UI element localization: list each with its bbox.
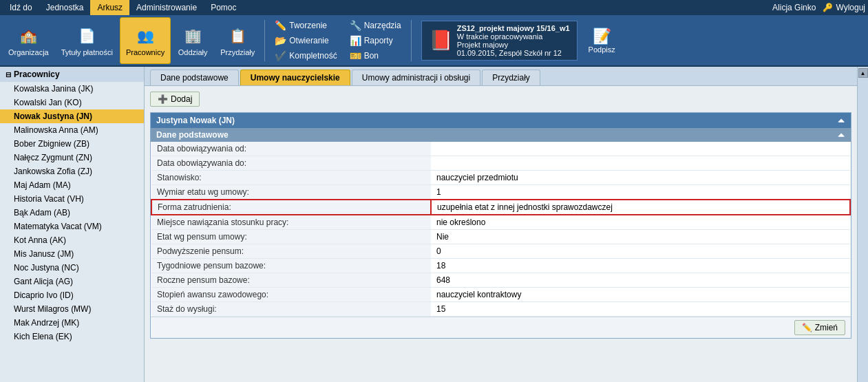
sidebar-item[interactable]: Noc Justyna (NC) [0, 261, 144, 275]
menu-idz-do[interactable]: Idź do [3, 0, 39, 15]
sidebar-item[interactable]: Kich Elena (EK) [0, 330, 144, 343]
form-label: Stopień awansu zawodowego: [151, 288, 431, 302]
collapse-card-icon[interactable]: ⏶ [837, 116, 845, 125]
sidebar-item[interactable]: Mak Andrzej (MK) [0, 316, 144, 330]
form-value: 18 [431, 259, 850, 273]
narzedzia-icon: 🔧 [350, 20, 361, 31]
oddzialy-label: Oddziały [178, 48, 208, 56]
form-value: nauczyciel kontraktowy [431, 288, 850, 302]
sidebar-item[interactable]: Wurst Milagros (MW) [0, 302, 144, 316]
sidebar-item[interactable]: Mis Janusz (JM) [0, 247, 144, 261]
toolbar-employees[interactable]: 👥 Pracownicy [120, 17, 171, 64]
doc-info-box[interactable]: 📕 ZS12_projekt majowy 15/16_w1 W trakcie… [421, 21, 578, 61]
menu-administrowanie[interactable]: Administrowanie [129, 0, 204, 15]
sidebar-item[interactable]: Kot Anna (AK) [0, 233, 144, 247]
card-footer: ✏️ Zmień [151, 317, 851, 338]
sidebar-item[interactable]: Gant Alicja (AG) [0, 275, 144, 288]
doc-subtitle: W trakcie opracowywania [457, 32, 570, 41]
action-narzedzia[interactable]: 🔧 Narzędzia [347, 19, 404, 32]
bon-label: Bon [364, 51, 379, 61]
logout-button[interactable]: 🔑 Wyloguj [823, 3, 865, 12]
sign-label: Podpisz [589, 45, 615, 54]
action-bon[interactable]: 🎫 Bon [347, 49, 404, 63]
form-row: Stopień awansu zawodowego:nauczyciel kon… [151, 288, 850, 302]
divider-1 [264, 20, 265, 61]
sidebar-items-list: Kowalska Janina (JK)Kowalski Jan (KO)Now… [0, 82, 144, 343]
sidebar-item[interactable]: Bober Zbigniew (ZB) [0, 137, 144, 151]
form-row: Staż do wysługi:15 [151, 302, 850, 317]
otwieranie-icon: 📂 [275, 35, 286, 46]
tabs-container: Dane podstawoweUmowy nauczycielskieUmowy… [150, 70, 542, 85]
form-value: 1 [431, 185, 850, 200]
doc-info-area: 📕 ZS12_projekt majowy 15/16_w1 W trakcie… [416, 21, 615, 61]
form-label: Podwyższenie pensum: [151, 244, 431, 259]
main-container: ⊟ Pracownicy Kowalska Janina (JK)Kowalsk… [0, 67, 868, 382]
sidebar-item[interactable]: Historia Vacat (VH) [0, 192, 144, 206]
action-raporty[interactable]: 📊 Raporty [347, 34, 404, 47]
form-value: 648 [431, 273, 850, 288]
form-label: Miejsce nawiązania stosunku pracy: [151, 215, 431, 230]
sidebar-item[interactable]: Matematyka Vacat (VM) [0, 220, 144, 233]
form-row: Wymiar etatu wg umowy:1 [151, 185, 850, 200]
sidebar-item[interactable]: Bąk Adam (AB) [0, 206, 144, 220]
form-row: Data obowiązywania do: [151, 156, 850, 171]
sign-button[interactable]: 📝 Podpisz [589, 28, 615, 54]
divider-2 [411, 20, 412, 61]
scroll-up-button[interactable]: ▲ [858, 68, 868, 78]
tab-przydziały[interactable]: Przydziały [482, 70, 540, 85]
kompletnosc-label: Kompletność [289, 51, 337, 61]
sidebar-item[interactable]: Malinowska Anna (AM) [0, 123, 144, 137]
tab-dane-podstawowe[interactable]: Dane podstawowe [150, 70, 239, 85]
form-value: 15 [431, 302, 850, 317]
doc-type: Projekt majowy [457, 41, 570, 49]
action-otwieranie[interactable]: 📂 Otwieranie [272, 34, 339, 47]
sidebar-item[interactable]: Dicaprio Ivo (ID) [0, 288, 144, 302]
section-header: Dane podstawowe ⏶ [151, 128, 851, 142]
menu-arkusz[interactable]: Arkusz [90, 0, 129, 15]
toolbar-oddzialy[interactable]: 🏢 Oddziały [172, 17, 213, 64]
titles-icon: 📄 [76, 25, 98, 47]
top-menu-bar: Idź do Jednostka Arkusz Administrowanie … [0, 0, 868, 15]
narzedzia-label: Narzędzia [364, 21, 401, 30]
kompletnosc-icon: ✔️ [275, 50, 286, 61]
logout-label: Wyloguj [836, 3, 865, 12]
add-label: Dodaj [171, 94, 192, 104]
menu-pomoc[interactable]: Pomoc [204, 0, 243, 15]
action-tworzenie[interactable]: ✏️ Tworzenie [272, 19, 339, 32]
sign-icon: 📝 [593, 28, 611, 45]
employee-card-title: Justyna Nowak (JN) [156, 116, 235, 125]
employees-icon: 👥 [134, 25, 156, 47]
menu-jednostka[interactable]: Jednostka [39, 0, 91, 15]
sidebar-collapse-icon[interactable]: ⊟ [6, 71, 11, 78]
doc-date: 01.09.2015, Zespół Szkół nr 12 [457, 49, 570, 57]
form-value: nauczyciel przedmiotu [431, 171, 850, 185]
form-row: Forma zatrudnienia:uzupełnia etat z inne… [151, 200, 850, 215]
key-icon: 🔑 [823, 3, 833, 12]
tab-umowy-nauczycielskie[interactable]: Umowy nauczycielskie [240, 70, 350, 85]
toolbar-titles[interactable]: 📄 Tytuły płatności [56, 17, 118, 64]
raporty-icon: 📊 [350, 35, 361, 46]
sidebar-item[interactable]: Jankowska Zofia (ZJ) [0, 165, 144, 178]
titles-label: Tytuły płatności [61, 48, 113, 56]
add-icon: ➕ [158, 94, 168, 104]
collapse-section-icon[interactable]: ⏶ [837, 130, 845, 140]
top-right-area: Alicja Ginko 🔑 Wyloguj [772, 3, 865, 12]
edit-label: Zmień [815, 323, 838, 332]
form-value [431, 142, 850, 156]
form-value: uzupełnia etat z innej jednostki sprawoz… [431, 200, 850, 215]
edit-button[interactable]: ✏️ Zmień [794, 320, 845, 335]
right-actions: 🔧 Narzędzia 📊 Raporty 🎫 Bon [344, 19, 407, 63]
sidebar-item[interactable]: Kowalski Jan (KO) [0, 96, 144, 109]
toolbar-org[interactable]: 🏫 Organizacja [3, 17, 54, 64]
form-value [431, 156, 850, 171]
add-button[interactable]: ➕ Dodaj [150, 92, 200, 107]
toolbar-przydzialy[interactable]: 📋 Przydziały [215, 17, 260, 64]
form-row: Podwyższenie pensum:0 [151, 244, 850, 259]
sidebar: ⊟ Pracownicy Kowalska Janina (JK)Kowalsk… [0, 67, 145, 382]
sidebar-item[interactable]: Kowalska Janina (JK) [0, 82, 144, 96]
sidebar-item[interactable]: Nowak Justyna (JN) [0, 109, 144, 123]
sidebar-item[interactable]: Maj Adam (MA) [0, 178, 144, 192]
action-kompletnosc[interactable]: ✔️ Kompletność [272, 49, 339, 63]
tab-umowy-administracji-i-obsługi[interactable]: Umowy administracji i obsługi [352, 70, 480, 85]
sidebar-item[interactable]: Nałęcz Zygmunt (ZN) [0, 151, 144, 165]
